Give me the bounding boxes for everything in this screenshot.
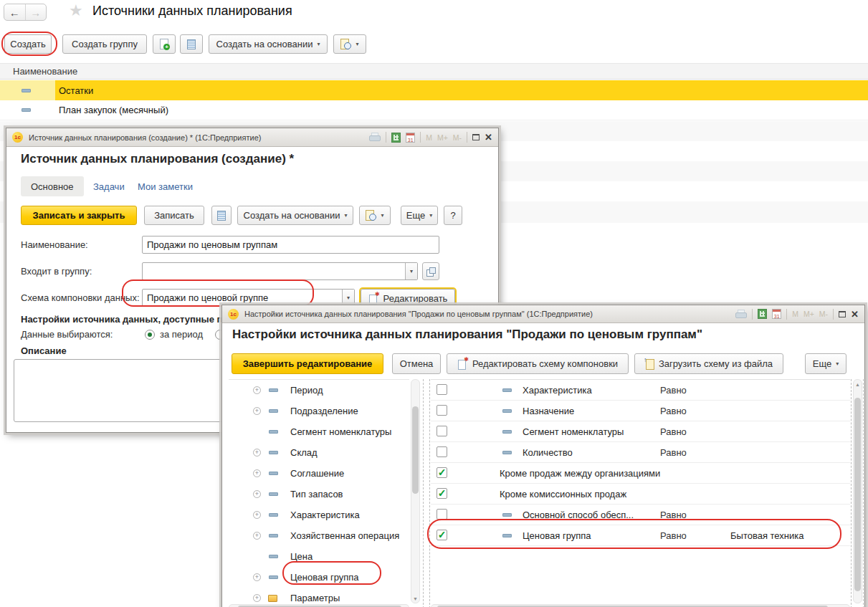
radio-for-period[interactable]	[145, 330, 155, 340]
more-button[interactable]: Еще ▾	[805, 353, 846, 374]
open-parent-group-button[interactable]	[422, 262, 439, 280]
condition-checkbox[interactable]	[437, 384, 447, 395]
expand-icon[interactable]: +	[253, 594, 261, 602]
history-document-dropdown-button[interactable]: ▾	[333, 34, 366, 54]
tab-my-notes[interactable]: Мои заметки	[138, 176, 193, 196]
calculator-icon[interactable]	[391, 133, 401, 143]
tree-item[interactable]: +Период	[229, 380, 409, 401]
expand-icon[interactable]: +	[253, 511, 261, 519]
tree-item[interactable]: +Тип запасов	[229, 484, 409, 505]
memory-m-minus-button[interactable]: M-	[453, 133, 462, 142]
help-button[interactable]: ?	[444, 206, 462, 225]
tree-item[interactable]: +Хозяйственная операция	[229, 525, 409, 546]
condition-row[interactable]: ХарактеристикаРавно	[431, 380, 850, 401]
scroll-down-icon[interactable]: ▼	[413, 596, 418, 601]
expand-icon[interactable]: +	[253, 469, 261, 477]
tab-main[interactable]: Основное	[21, 176, 84, 196]
scrollbar-thumb[interactable]	[854, 398, 861, 591]
print-icon[interactable]	[735, 310, 747, 319]
condition-checkbox[interactable]	[437, 509, 447, 520]
panel-splitter[interactable]	[423, 379, 424, 607]
memory-m-button[interactable]: M	[792, 310, 798, 318]
name-input[interactable]	[142, 236, 439, 254]
finish-editing-button[interactable]: Завершить редактирование	[232, 353, 383, 374]
forward-button[interactable]: →	[25, 4, 47, 20]
conditions-horizontal-scrollbar[interactable]	[431, 604, 850, 607]
save-button[interactable]: Записать	[144, 206, 204, 225]
maximize-icon[interactable]	[472, 134, 480, 140]
tree-item[interactable]: +Соглашение	[229, 463, 409, 484]
settings-window-titlebar[interactable]: 1с Настройки источника данных планирован…	[222, 305, 864, 323]
tree-item[interactable]: Сегмент номенклатуры	[229, 421, 409, 442]
expand-icon[interactable]: +	[253, 490, 261, 498]
tree-item[interactable]: +Характеристика	[229, 505, 409, 525]
tree-vertical-scrollbar[interactable]: ▼	[411, 379, 420, 603]
close-icon[interactable]: ✕	[851, 310, 859, 319]
condition-checkbox[interactable]: ✓	[437, 467, 447, 478]
history-document-dropdown-button[interactable]: ▾	[359, 206, 391, 225]
memory-m-plus-button[interactable]: M+	[437, 133, 448, 142]
parent-group-dropdown-button[interactable]: ▾	[405, 263, 417, 279]
create-window-titlebar[interactable]: 1с Источник данных планирования (создани…	[6, 128, 498, 147]
back-button[interactable]: ←	[4, 4, 25, 20]
parent-group-input[interactable]	[143, 263, 405, 279]
tree-item[interactable]: +Параметры	[229, 588, 409, 603]
scroll-up-icon[interactable]: ▲	[855, 382, 860, 387]
cancel-button[interactable]: Отмена	[392, 353, 441, 374]
condition-row[interactable]: Сегмент номенклатурыРавно	[431, 421, 850, 442]
memory-m-minus-button[interactable]: M-	[819, 310, 828, 318]
expand-icon[interactable]: +	[253, 532, 261, 540]
calculator-icon[interactable]	[758, 309, 767, 319]
memory-m-button[interactable]: M	[426, 133, 432, 142]
tree-horizontal-scrollbar[interactable]	[229, 604, 409, 607]
save-and-close-button[interactable]: Записать и закрыть	[21, 206, 137, 225]
condition-checkbox[interactable]: ✓	[437, 530, 447, 540]
scrollbar-thumb[interactable]	[412, 406, 419, 494]
expand-icon[interactable]: +	[253, 407, 261, 415]
print-icon[interactable]	[369, 133, 381, 142]
tree-item[interactable]: +Склад	[229, 442, 409, 463]
schema-input[interactable]	[143, 290, 342, 306]
condition-row[interactable]: КоличествоРавно	[431, 442, 850, 463]
more-button[interactable]: Еще ▾	[401, 206, 438, 225]
tree-item[interactable]: Цена	[229, 546, 409, 567]
condition-row[interactable]: ✓Кроме комиссионных продаж	[431, 484, 850, 505]
expand-icon[interactable]: +	[253, 449, 261, 457]
create-based-on-button[interactable]: Создать на основании ▾	[237, 206, 353, 225]
expand-icon[interactable]: +	[253, 573, 261, 581]
memory-m-plus-button[interactable]: M+	[803, 310, 814, 318]
tree-item[interactable]: +Ценовая группа	[229, 567, 409, 588]
conditions-vertical-scrollbar[interactable]: ▲	[853, 379, 862, 603]
list-settings-button[interactable]	[180, 34, 203, 54]
parent-group-combo[interactable]: ▾	[142, 262, 418, 280]
more-label: Еще	[813, 358, 831, 369]
create-group-button[interactable]: Создать группу	[62, 34, 147, 54]
condition-row[interactable]: ✓Кроме продаж между организациями	[431, 463, 850, 484]
schema-dropdown-button[interactable]: ▾	[342, 290, 354, 306]
list-column-header[interactable]: Наименование	[0, 63, 868, 80]
list-row[interactable]: План закупок (месячный)	[0, 100, 868, 120]
condition-checkbox[interactable]	[437, 446, 447, 457]
maximize-icon[interactable]	[839, 311, 846, 317]
condition-row[interactable]: Основной способ обесп...Равно	[431, 505, 850, 525]
condition-row[interactable]: НазначениеРавно	[431, 401, 850, 421]
list-settings-button[interactable]	[211, 206, 232, 225]
calendar-icon[interactable]: 31	[772, 309, 781, 319]
expand-icon[interactable]: +	[253, 386, 261, 394]
close-icon[interactable]: ✕	[485, 133, 492, 142]
edit-composition-schema-button[interactable]: Редактировать схему компоновки	[447, 353, 629, 374]
create-copy-button[interactable]	[153, 34, 176, 54]
condition-row[interactable]: ✓Ценовая группаРавноБытовая техника	[431, 525, 850, 546]
condition-checkbox[interactable]	[437, 405, 447, 416]
create-based-on-button[interactable]: Создать на основании ▾	[209, 34, 328, 54]
condition-checkbox[interactable]	[437, 426, 447, 436]
condition-checkbox[interactable]: ✓	[437, 488, 447, 499]
panel-splitter[interactable]	[429, 379, 430, 607]
create-button[interactable]: Создать	[4, 34, 52, 54]
tree-item[interactable]: +Подразделение	[229, 401, 409, 421]
favorite-star-icon[interactable]: ★	[69, 1, 83, 20]
list-row[interactable]: Остатки	[0, 80, 868, 100]
load-schema-from-file-button[interactable]: Загрузить схему из файла	[634, 353, 783, 374]
calendar-icon[interactable]: 31	[406, 133, 415, 143]
tab-tasks[interactable]: Задачи	[93, 176, 125, 196]
